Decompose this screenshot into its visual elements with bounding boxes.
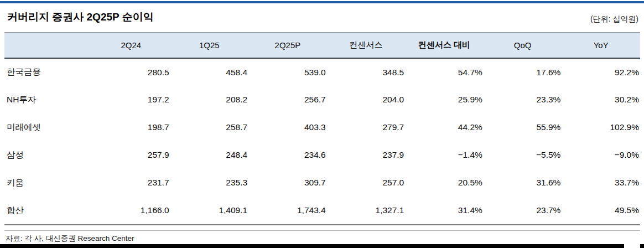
column-header-vs-consensus: 컨센서스 대비 [405, 33, 484, 58]
company-cell: NH투자 [4, 86, 92, 113]
value-cell: 23.3% [484, 86, 562, 113]
value-cell: 33.7% [562, 169, 640, 197]
page-bottom-bar [0, 244, 624, 248]
table-bottom-rule [4, 224, 640, 225]
table-row: 키움 231.7 235.3 309.7 257.0 20.5% 31.6% 3… [4, 169, 640, 197]
value-cell: 234.6 [248, 141, 327, 169]
table-row: NH투자 197.2 208.2 256.7 204.0 25.9% 23.3%… [4, 86, 640, 113]
column-header-company [4, 33, 92, 58]
value-cell: 1,743.4 [248, 197, 327, 224]
report-header: 커버리지 증권사 2Q25P 순이익 (단위: 십억원) [0, 3, 644, 32]
value-cell: 92.2% [562, 58, 640, 86]
company-cell: 미래에셋 [4, 113, 92, 141]
value-cell: 258.7 [170, 113, 249, 141]
column-header-2q24: 2Q24 [92, 33, 170, 58]
value-cell: 257.0 [327, 169, 406, 197]
value-cell: 348.5 [327, 58, 406, 86]
table-row-total: 합산 1,166.0 1,409.1 1,743.4 1,327.1 31.4%… [4, 197, 640, 224]
value-cell: −5.5% [484, 141, 562, 169]
value-cell: 403.3 [248, 113, 327, 141]
column-header-yoy: YoY [562, 33, 640, 58]
page-title: 커버리지 증권사 2Q25P 순이익 [7, 10, 154, 24]
value-cell: 30.2% [562, 86, 640, 113]
value-cell: 198.7 [92, 113, 170, 141]
value-cell: 49.5% [562, 197, 640, 224]
source-note: 자료: 각 사, 대신증권 Research Center [6, 234, 640, 244]
value-cell: 256.7 [248, 86, 327, 113]
value-cell: 20.5% [405, 169, 484, 197]
value-cell: 235.3 [170, 169, 249, 197]
value-cell: 280.5 [92, 58, 170, 86]
value-cell: 204.0 [327, 86, 406, 113]
value-cell: 208.2 [170, 86, 249, 113]
value-cell: 248.4 [170, 141, 249, 169]
column-header-qoq: QoQ [484, 33, 562, 58]
value-cell: 231.7 [92, 169, 170, 197]
value-cell: 197.2 [92, 86, 170, 113]
value-cell: 309.7 [248, 169, 327, 197]
value-cell: −9.0% [562, 141, 640, 169]
column-header-2q25p: 2Q25P [248, 33, 327, 58]
value-cell: 279.7 [327, 113, 406, 141]
value-cell: 1,409.1 [170, 197, 249, 224]
company-cell: 삼성 [4, 141, 92, 169]
page-bottom-bar-tick [640, 244, 644, 248]
column-header-1q25: 1Q25 [170, 33, 249, 58]
table-row: 미래에셋 198.7 258.7 403.3 279.7 44.2% 55.9%… [4, 113, 640, 141]
table-row: 삼성 257.9 248.4 234.6 237.9 −1.4% −5.5% −… [4, 141, 640, 169]
value-cell: 23.7% [484, 197, 562, 224]
value-cell: 102.9% [562, 113, 640, 141]
value-cell: 237.9 [327, 141, 406, 169]
value-cell: 1,166.0 [92, 197, 170, 224]
value-cell: 55.9% [484, 113, 562, 141]
value-cell: 257.9 [92, 141, 170, 169]
footer-separator-rule [4, 230, 640, 231]
value-cell: 539.0 [248, 58, 327, 86]
value-cell: 1,327.1 [327, 197, 406, 224]
value-cell: 25.9% [405, 86, 484, 113]
net-income-table-wrap: 2Q24 1Q25 2Q25P 컨센서스 컨센서스 대비 QoQ YoY 한국금… [4, 32, 640, 224]
value-cell: −1.4% [405, 141, 484, 169]
unit-label: (단위: 십억원) [590, 14, 638, 24]
company-cell: 키움 [4, 169, 92, 197]
value-cell: 31.4% [405, 197, 484, 224]
value-cell: 54.7% [405, 58, 484, 86]
table-row: 한국금융 280.5 458.4 539.0 348.5 54.7% 17.6%… [4, 58, 640, 86]
column-header-consensus: 컨센서스 [327, 33, 406, 58]
company-cell: 합산 [4, 197, 92, 224]
table-header-row: 2Q24 1Q25 2Q25P 컨센서스 컨센서스 대비 QoQ YoY [4, 33, 640, 58]
value-cell: 44.2% [405, 113, 484, 141]
net-income-table: 2Q24 1Q25 2Q25P 컨센서스 컨센서스 대비 QoQ YoY 한국금… [4, 32, 640, 224]
value-cell: 17.6% [484, 58, 562, 86]
company-cell: 한국금융 [4, 58, 92, 86]
value-cell: 458.4 [170, 58, 249, 86]
value-cell: 31.6% [484, 169, 562, 197]
